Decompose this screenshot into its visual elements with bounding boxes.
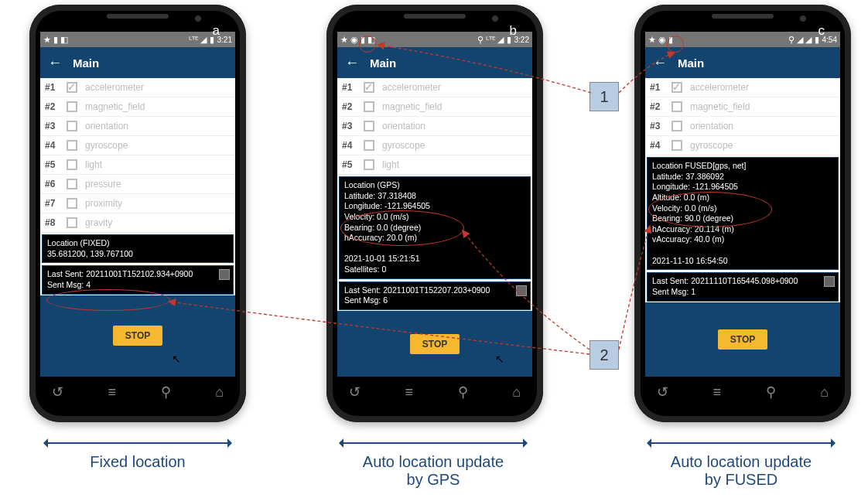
checkbox-icon[interactable] xyxy=(67,121,77,131)
figure-label-c: c xyxy=(818,23,825,39)
caption-a: Fixed location xyxy=(45,453,231,471)
sensor-row[interactable]: #4gyroscope xyxy=(645,136,840,155)
stop-button[interactable]: STOP xyxy=(410,334,460,354)
sensor-row[interactable]: #2magnetic_field xyxy=(337,97,532,117)
page-title: Main xyxy=(73,56,99,70)
checkbox-icon[interactable] xyxy=(672,140,682,151)
nav-back-icon[interactable]: ↺ xyxy=(657,384,668,401)
sensor-row[interactable]: #7proximity xyxy=(40,194,235,213)
sensor-name: orientation xyxy=(382,121,425,131)
checkbox-icon[interactable] xyxy=(672,101,682,112)
sensor-name: gyroscope xyxy=(690,140,733,151)
callout-2-text: 2 xyxy=(600,346,608,364)
checkbox-icon[interactable] xyxy=(67,179,77,189)
sensor-name: proximity xyxy=(85,198,122,209)
sensor-name: accelerometer xyxy=(85,82,144,93)
checkbox-icon[interactable] xyxy=(67,217,77,228)
sensor-row[interactable]: #2magnetic_field xyxy=(40,97,235,117)
sensor-row[interactable]: #3orientation xyxy=(645,117,840,136)
checkbox-icon[interactable] xyxy=(67,82,77,93)
sensor-row[interactable]: #1accelerometer xyxy=(337,78,532,97)
checkbox-icon[interactable] xyxy=(364,121,374,131)
sensor-name: light xyxy=(382,159,399,170)
sensor-row[interactable]: #1accelerometer xyxy=(40,78,235,97)
checkbox-icon[interactable] xyxy=(364,140,374,151)
checkbox-icon[interactable] xyxy=(672,82,682,93)
status-indicator-icon xyxy=(516,285,527,296)
sensor-index: #5 xyxy=(342,159,364,170)
sent-panel: Last Sent: 20211001T152102.934+0900 Sent… xyxy=(42,265,234,294)
sensor-row[interactable]: #4gyroscope xyxy=(337,136,532,155)
sensor-index: #6 xyxy=(45,179,67,189)
nav-search-icon[interactable]: ⚲ xyxy=(458,384,468,401)
status-right-icons: ⚲ ◢ ◢ ▮ xyxy=(788,36,818,44)
callout-box-2: 2 xyxy=(589,340,619,370)
status-left-icons: ★ ◉ ▮ xyxy=(648,36,673,44)
sensor-index: #4 xyxy=(45,140,67,151)
sensor-row[interactable]: #6pressure xyxy=(40,175,235,194)
stop-button[interactable]: STOP xyxy=(113,326,162,346)
sensor-name: accelerometer xyxy=(382,82,441,93)
status-indicator-icon xyxy=(824,276,835,287)
android-nav: ↺ ≡ ⚲ ⌂ xyxy=(326,377,543,408)
back-icon[interactable]: ← xyxy=(48,55,62,71)
nav-search-icon[interactable]: ⚲ xyxy=(766,384,776,401)
sensor-row[interactable]: #5light xyxy=(337,155,532,175)
sensor-index: #5 xyxy=(45,159,67,170)
nav-menu-icon[interactable]: ≡ xyxy=(108,384,116,401)
sent-panel: Last Sent: 20211001T152207.203+0900 Sent… xyxy=(339,281,531,310)
status-left-icons: ★ ◉ ▮ ◧ xyxy=(340,36,375,44)
checkbox-icon[interactable] xyxy=(67,101,77,112)
callout-box-1: 1 xyxy=(589,82,619,111)
sensor-row[interactable]: #1accelerometer xyxy=(645,78,840,97)
sensor-name: orientation xyxy=(690,121,733,131)
sensor-row[interactable]: #3orientation xyxy=(337,117,532,136)
sensor-name: light xyxy=(85,159,102,170)
phone-b: b ★ ◉ ▮ ◧ ⚲ ᴸᵀᴱ ◢ ▮3:22 ← Main #1acceler… xyxy=(326,5,543,422)
button-bar: STOP xyxy=(337,311,532,377)
nav-menu-icon[interactable]: ≡ xyxy=(713,384,721,401)
nav-home-icon[interactable]: ⌂ xyxy=(820,384,829,401)
checkbox-icon[interactable] xyxy=(67,198,77,209)
checkbox-icon[interactable] xyxy=(364,101,374,112)
app-bar: ← Main xyxy=(645,47,840,78)
location-panel: Location (FIXED) 35.681200, 139.767100 xyxy=(42,234,234,263)
nav-search-icon[interactable]: ⚲ xyxy=(161,384,171,401)
nav-back-icon[interactable]: ↺ xyxy=(52,384,63,401)
checkbox-icon[interactable] xyxy=(672,121,682,131)
checkbox-icon[interactable] xyxy=(364,159,374,170)
checkbox-icon[interactable] xyxy=(364,82,374,93)
sensor-list: #1accelerometer#2magnetic_field#3orienta… xyxy=(337,78,532,175)
status-bar: ★ ◉ ▮ ◧ ⚲ ᴸᵀᴱ ◢ ▮3:22 xyxy=(337,32,532,47)
width-arrow-c xyxy=(648,442,834,444)
sensor-row[interactable]: #4gyroscope xyxy=(40,136,235,155)
status-right-icons: ᴸᵀᴱ ◢ ▮ xyxy=(189,36,214,44)
figure-label-a: a xyxy=(213,23,220,39)
sensor-index: #2 xyxy=(650,101,672,112)
sensor-name: magnetic_field xyxy=(690,101,750,112)
location-panel: Location (GPS) Latitude: 37.318408 Longi… xyxy=(339,176,531,279)
sensor-row[interactable]: #3orientation xyxy=(40,117,235,136)
sensor-name: magnetic_field xyxy=(382,101,442,112)
sensor-row[interactable]: #2magnetic_field xyxy=(645,97,840,117)
nav-home-icon[interactable]: ⌂ xyxy=(215,384,224,401)
phone-a: a ★ ▮ ◧ ᴸᵀᴱ ◢ ▮3:21 ← Main #1acceleromet… xyxy=(29,5,246,422)
sensor-row[interactable]: #8gravity xyxy=(40,213,235,233)
status-left-icons: ★ ▮ ◧ xyxy=(43,36,68,44)
back-icon[interactable]: ← xyxy=(345,55,359,71)
caption-b: Auto location update by GPS xyxy=(317,453,549,489)
sensor-index: #8 xyxy=(45,217,67,228)
checkbox-icon[interactable] xyxy=(67,140,77,151)
nav-back-icon[interactable]: ↺ xyxy=(349,384,361,401)
android-nav: ↺ ≡ ⚲ ⌂ xyxy=(29,377,246,408)
checkbox-icon[interactable] xyxy=(67,159,77,170)
sensor-index: #3 xyxy=(342,121,364,131)
nav-home-icon[interactable]: ⌂ xyxy=(512,384,521,401)
back-icon[interactable]: ← xyxy=(653,55,667,71)
sensor-index: #4 xyxy=(650,140,672,151)
nav-menu-icon[interactable]: ≡ xyxy=(405,384,413,401)
sensor-row[interactable]: #5light xyxy=(40,155,235,175)
location-panel: Location FUSED[gps, net] Latitude: 37.38… xyxy=(647,157,839,270)
stop-button[interactable]: STOP xyxy=(718,329,767,350)
status-bar: ★ ◉ ▮ ⚲ ◢ ◢ ▮4:54 xyxy=(645,32,840,47)
